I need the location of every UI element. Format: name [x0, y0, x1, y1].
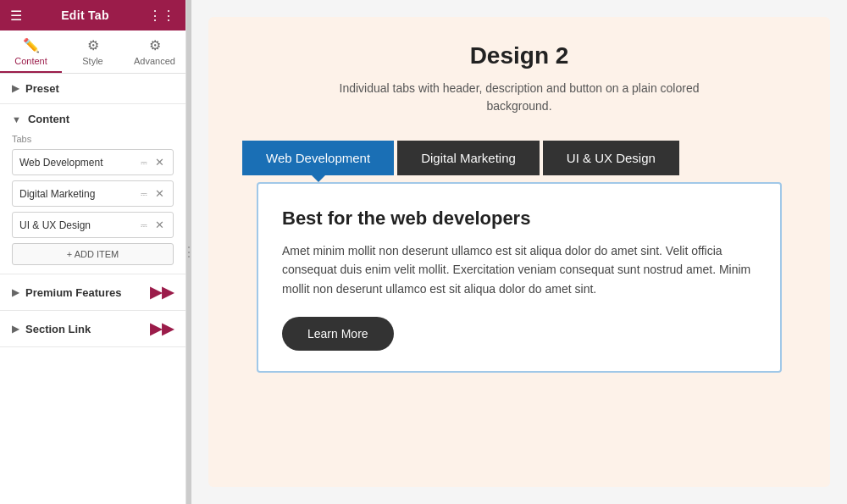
tab-nav-ui-ux[interactable]: UI & UX Design: [543, 141, 679, 175]
remove-tab-2-icon[interactable]: ✕: [153, 186, 166, 202]
copy-tab-2-icon[interactable]: ⎓: [139, 186, 149, 202]
tab-item-ui-ux: UI & UX Design ⎓ ✕: [12, 212, 174, 238]
premium-icon: ▶▶: [150, 283, 174, 302]
sidebar-header: ☰ Edit Tab ⋮⋮: [0, 0, 185, 30]
advanced-icon: ⚙: [149, 37, 161, 53]
sidebar-title: Edit Tab: [61, 8, 109, 22]
tab-advanced[interactable]: ⚙ Advanced: [124, 30, 185, 73]
section-link-premium-icon: ▶▶: [150, 319, 174, 338]
grid-icon[interactable]: ⋮⋮: [148, 8, 175, 24]
premium-features-label: Premium Features: [25, 286, 121, 299]
section-link-chevron: ▶: [12, 324, 19, 335]
hamburger-icon[interactable]: ☰: [10, 8, 22, 24]
add-item-button[interactable]: + ADD ITEM: [12, 243, 174, 265]
section-link-label: Section Link: [25, 323, 91, 335]
content-chevron: ▼: [12, 114, 21, 125]
tabs-section-label: Tabs: [12, 134, 174, 144]
tab-content[interactable]: ✏️ Content: [0, 30, 62, 73]
sidebar: ☰ Edit Tab ⋮⋮ ✏️ Content ⚙ Style ⚙ Advan…: [0, 0, 186, 504]
content-icon: ✏️: [23, 37, 40, 53]
tab-content-title: Best for the web developers: [282, 208, 756, 230]
tab-content-label: Content: [14, 56, 47, 66]
tab-advanced-label: Advanced: [134, 56, 175, 66]
preset-section-header[interactable]: ▶ Preset: [0, 74, 185, 104]
tab-style[interactable]: ⚙ Style: [62, 30, 124, 73]
premium-chevron: ▶: [12, 287, 19, 298]
tab-item-name-1: Web Development: [19, 157, 135, 169]
tabs-nav: Web Development Digital Marketing UI & U…: [242, 141, 679, 175]
premium-features-section[interactable]: ▶ Premium Features ▶▶: [0, 274, 185, 311]
tab-item-name-2: Digital Marketing: [19, 188, 135, 200]
section-link-section[interactable]: ▶ Section Link ▶▶: [0, 311, 185, 347]
tab-nav-web-dev[interactable]: Web Development: [242, 141, 394, 175]
content-label: Content: [28, 113, 69, 125]
style-icon: ⚙: [87, 37, 99, 53]
remove-tab-3-icon[interactable]: ✕: [153, 217, 166, 233]
tab-item-name-3: UI & UX Design: [19, 219, 135, 231]
sidebar-tabs: ✏️ Content ⚙ Style ⚙ Advanced: [0, 30, 185, 74]
tab-content-description: Amet minim mollit non deserunt ullamco e…: [282, 241, 756, 298]
content-section-header[interactable]: ▼ Content: [12, 113, 174, 125]
tab-item-web-dev: Web Development ⎓ ✕: [12, 149, 174, 175]
learn-more-button[interactable]: Learn More: [282, 317, 394, 351]
preview-area: Design 2 Individual tabs with header, de…: [208, 17, 830, 487]
sidebar-content: ▶ Preset ▼ Content Tabs Web Development …: [0, 74, 185, 504]
tab-style-label: Style: [82, 56, 102, 66]
remove-tab-1-icon[interactable]: ✕: [153, 154, 166, 170]
tab-content-panel: Best for the web developers Amet minim m…: [257, 182, 782, 373]
main-content: Design 2 Individual tabs with header, de…: [191, 0, 847, 504]
copy-tab-1-icon[interactable]: ⎓: [139, 154, 149, 170]
design-subtitle: Individual tabs with header, description…: [316, 80, 722, 115]
copy-tab-3-icon[interactable]: ⎓: [139, 217, 149, 233]
tab-nav-digital-mkt[interactable]: Digital Marketing: [397, 141, 540, 175]
design-title: Design 2: [470, 42, 569, 69]
content-section: ▼ Content Tabs Web Development ⎓ ✕ Digit…: [0, 104, 185, 274]
tab-item-digital-mkt: Digital Marketing ⎓ ✕: [12, 180, 174, 207]
preset-label: Preset: [25, 82, 59, 95]
preset-chevron: ▶: [12, 83, 19, 94]
